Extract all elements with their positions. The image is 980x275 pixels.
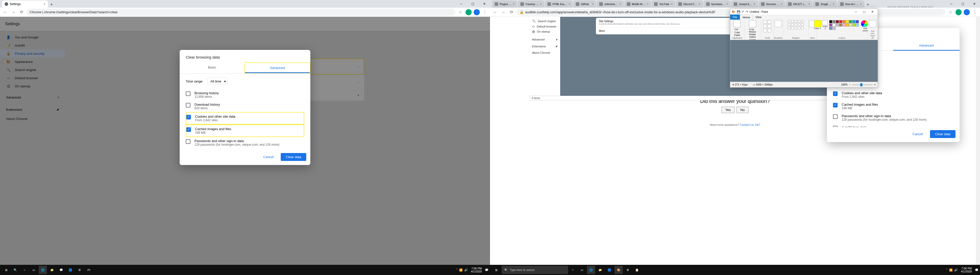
extension-icon[interactable] bbox=[466, 9, 472, 15]
tray-network-icon[interactable]: 📶 bbox=[459, 269, 463, 272]
paint3d-button[interactable] bbox=[869, 20, 876, 27]
minimize-button[interactable]: ─ bbox=[945, 0, 957, 8]
shape-button[interactable] bbox=[798, 20, 800, 23]
color2-swatch[interactable] bbox=[822, 20, 827, 25]
taskbar-clock[interactable]: 7:06 PM4/1/2020 bbox=[959, 267, 974, 273]
color-swatch[interactable] bbox=[849, 20, 852, 23]
text-tool[interactable] bbox=[763, 24, 767, 28]
close-icon[interactable]: × bbox=[860, 2, 862, 6]
browser-tab[interactable]: YouTube× bbox=[652, 0, 675, 8]
browser-tab[interactable]: Syncbass…× bbox=[703, 0, 731, 8]
tab-settings[interactable]: Settings × bbox=[2, 0, 48, 8]
address-bar[interactable]: Chrome | chrome://settings/clearBrowserD… bbox=[27, 9, 455, 16]
extension-icon[interactable] bbox=[956, 9, 962, 15]
color-swatch[interactable] bbox=[856, 20, 859, 23]
close-button[interactable]: ✕ bbox=[969, 0, 980, 8]
menu-icon[interactable]: ⋮ bbox=[482, 9, 488, 15]
browser-tab[interactable]: Joseph E…× bbox=[731, 0, 758, 8]
checkbox[interactable] bbox=[833, 103, 838, 107]
sidebar-item-default-browser[interactable]: ▭Default browser bbox=[0, 74, 65, 82]
close-icon[interactable]: × bbox=[781, 2, 783, 6]
check-cookies[interactable]: Cookies and other site dataFrom 2,842 si… bbox=[186, 112, 304, 125]
color-swatch[interactable] bbox=[829, 20, 832, 23]
crop-button[interactable]: Crop bbox=[749, 28, 756, 30]
back-icon[interactable]: ← bbox=[492, 9, 498, 15]
browser-tab[interactable]: onlinemic…× bbox=[597, 0, 624, 8]
edit-colors-button[interactable] bbox=[861, 20, 868, 27]
pencil-tool[interactable] bbox=[763, 20, 767, 24]
ribbon-tab-file[interactable]: File bbox=[730, 14, 740, 20]
shape-button[interactable] bbox=[788, 27, 791, 29]
checkbox[interactable] bbox=[833, 126, 838, 127]
check-cookies[interactable]: Cookies and other site dataFrom 2,842 si… bbox=[833, 89, 953, 101]
taskbar-app-2[interactable]: ⚙ bbox=[624, 266, 632, 274]
tray-network-icon[interactable]: 📶 bbox=[949, 269, 953, 272]
brushes-button[interactable] bbox=[775, 20, 782, 27]
zoom-out-button[interactable]: − bbox=[849, 83, 851, 86]
zoom-tool[interactable] bbox=[768, 29, 771, 32]
check-passwords[interactable]: Passwords and other sign-in data128 pass… bbox=[833, 112, 953, 123]
undo-icon[interactable]: ↶ bbox=[742, 10, 744, 14]
taskbar-clock[interactable]: 7:06 PM4/1/2020 bbox=[469, 267, 484, 273]
taskbar-app-3[interactable]: ⚙ bbox=[76, 266, 84, 274]
sidebar-item-privacy[interactable]: 🔒Privacy and security bbox=[0, 49, 65, 58]
color-swatch[interactable] bbox=[836, 20, 839, 23]
color1-swatch[interactable] bbox=[814, 20, 821, 27]
shape-button[interactable] bbox=[794, 20, 797, 23]
close-icon[interactable]: × bbox=[513, 2, 515, 6]
shape-button[interactable] bbox=[788, 24, 791, 26]
reload-icon[interactable]: ⟳ bbox=[508, 9, 514, 15]
shape-button[interactable] bbox=[801, 24, 803, 26]
close-button[interactable]: ✕ bbox=[479, 0, 490, 8]
close-icon[interactable]: × bbox=[44, 2, 45, 6]
notifications-icon[interactable]: 💬 bbox=[485, 269, 488, 272]
star-icon[interactable]: ☆ bbox=[457, 9, 463, 15]
rotate-button[interactable]: Rotate bbox=[749, 33, 756, 36]
forward-icon[interactable]: → bbox=[10, 9, 16, 15]
browser-tab[interactable]: Traversy …× bbox=[518, 0, 544, 8]
close-icon[interactable]: × bbox=[833, 2, 835, 6]
close-icon[interactable]: × bbox=[540, 2, 542, 6]
sidebar-about[interactable]: About Chrome bbox=[0, 115, 65, 123]
taskbar-app[interactable]: 🟦 bbox=[605, 266, 614, 274]
shape-button[interactable] bbox=[801, 20, 803, 23]
taskbar-app-4[interactable]: 🎮 bbox=[85, 266, 93, 274]
taskbar-explorer[interactable]: 📁 bbox=[48, 266, 56, 274]
color-swatch[interactable] bbox=[846, 20, 849, 23]
zoom-in-button[interactable]: + bbox=[874, 83, 876, 86]
browser-tab[interactable]: HTML Ess…× bbox=[545, 0, 573, 8]
taskbar-search[interactable]: 🔍Type here to search bbox=[502, 266, 568, 274]
clear-data-button[interactable]: Clear data bbox=[930, 130, 956, 138]
cortana-button[interactable]: ○ bbox=[569, 266, 577, 274]
close-icon[interactable]: × bbox=[808, 2, 810, 6]
forward-icon[interactable]: → bbox=[500, 9, 506, 15]
no-button[interactable]: No bbox=[737, 107, 749, 113]
tray-volume-icon[interactable]: 🔊 bbox=[464, 269, 468, 272]
taskview-button[interactable]: ▭ bbox=[578, 266, 586, 274]
browser-tab[interactable]: How do I …× bbox=[838, 0, 864, 8]
start-button[interactable]: ⊞ bbox=[492, 266, 500, 274]
minimize-button[interactable]: ─ bbox=[852, 10, 860, 14]
shape-button[interactable] bbox=[794, 27, 797, 29]
check-autofill[interactable]: Autofill form data bbox=[186, 149, 304, 150]
taskbar-app[interactable]: 💬 bbox=[57, 266, 65, 274]
browser-tab[interactable]: Middle fin…× bbox=[624, 0, 651, 8]
browser-tab[interactable]: Snagit …× bbox=[813, 0, 837, 8]
taskbar-paint[interactable]: 🎨 bbox=[614, 266, 623, 274]
check-autofill[interactable]: Autofill form data bbox=[833, 123, 953, 127]
sidebar-advanced[interactable]: Advanced▾ bbox=[0, 92, 65, 102]
clear-data-button[interactable]: Clear data bbox=[281, 153, 306, 161]
time-range-select[interactable]: All time ▾ bbox=[207, 77, 228, 85]
close-icon[interactable]: × bbox=[568, 2, 570, 6]
tab-advanced[interactable]: Advanced bbox=[245, 62, 310, 73]
zoom-slider[interactable] bbox=[852, 84, 873, 85]
taskbar-explorer[interactable]: 📁 bbox=[596, 266, 605, 274]
browser-tab[interactable]: FACEIT c…× bbox=[786, 0, 813, 8]
sidebar-item-search-engine[interactable]: 🔍Search engine bbox=[0, 66, 65, 74]
paint-canvas[interactable] bbox=[730, 40, 878, 82]
color-swatch[interactable] bbox=[853, 24, 856, 27]
save-icon[interactable]: 💾 bbox=[737, 10, 740, 14]
checkbox[interactable] bbox=[833, 114, 838, 119]
taskbar-chrome[interactable]: 🌐 bbox=[39, 266, 47, 274]
checkbox[interactable] bbox=[186, 127, 191, 132]
